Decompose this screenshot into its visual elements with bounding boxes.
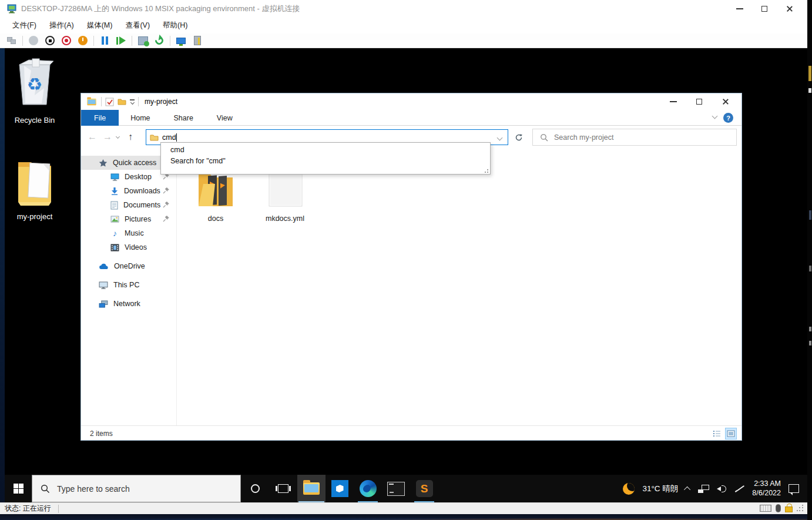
vm-pause-icon[interactable] [99,35,110,46]
address-dropdown-icon[interactable] [497,135,503,141]
vm-maximize-button[interactable] [752,0,777,18]
music-icon: ♪ [110,229,119,238]
tab-view[interactable]: View [205,110,244,126]
help-icon[interactable]: ? [723,113,733,123]
taskbar-search-input[interactable] [57,484,222,494]
recent-locations-icon[interactable] [116,135,120,139]
vm-menu-help[interactable]: 帮助(H) [157,18,193,33]
yml-file-icon [263,170,307,210]
sidebar-item-documents[interactable]: Documents [81,198,177,212]
taskbar-file-explorer[interactable] [297,475,326,502]
mouse-capture-icon[interactable] [776,504,781,512]
explorer-file-area[interactable]: docs mkdocs.yml [177,147,742,425]
vm-status-text: 状态: 正在运行 [5,504,51,514]
file-tile-docs[interactable]: docs [193,170,238,223]
windows-logo-icon [14,484,24,494]
taskbar-command-prompt[interactable] [382,475,410,502]
ribbon-expand-icon[interactable] [712,113,718,119]
weather-moon-icon[interactable] [623,483,635,495]
vm-resume-icon[interactable] [115,35,127,46]
sidebar-item-network[interactable]: Network [81,297,177,311]
vmconnect-app-icon [7,4,16,14]
taskbar-edge[interactable] [354,475,382,502]
tab-file[interactable]: File [81,110,119,126]
weather-widget[interactable]: 31°C 晴朗 [642,484,678,494]
tray-overflow-icon[interactable] [684,486,690,492]
qat-customize-icon[interactable] [130,99,135,104]
vm-turn-off-icon[interactable] [44,35,56,46]
explorer-minimize-button[interactable] [660,93,686,110]
refresh-icon[interactable] [511,129,526,145]
taskbar-clock[interactable]: 2:33 AM 8/6/2022 [752,479,781,498]
desktop-icon-my-project[interactable]: my-project [9,154,60,221]
tab-home[interactable]: Home [119,110,162,126]
file-name-label: mkdocs.yml [263,214,307,223]
back-icon[interactable]: ← [85,132,100,142]
ctrl-alt-del-icon[interactable] [6,35,18,46]
separator [58,505,59,513]
sidebar-item-this-pc[interactable]: This PC [81,278,177,292]
vm-menu-media[interactable]: 媒体(M) [82,18,118,33]
cortana-button[interactable] [241,475,269,502]
large-icons-view-icon[interactable] [725,428,737,440]
vm-shut-down-icon[interactable] [61,35,72,46]
toolbar-separator [93,36,94,46]
vm-enhanced-session-icon[interactable] [175,35,187,46]
up-icon[interactable]: ↑ [123,132,138,142]
details-view-icon[interactable] [711,428,723,440]
address-input-value[interactable]: cmd [162,133,176,142]
vm-menu-action[interactable]: 操作(A) [44,18,79,33]
videos-icon [110,244,119,251]
vm-menu-file[interactable]: 文件(F) [7,18,42,33]
autocomplete-item-cmd[interactable]: cmd [161,143,490,155]
sidebar-item-videos[interactable]: Videos [81,240,177,254]
taskbar-msix-packaging-tool[interactable] [326,475,354,502]
qat-new-folder-icon[interactable] [118,98,126,105]
pen-input-icon[interactable] [735,484,744,494]
vm-save-icon[interactable] [77,35,89,46]
explorer-maximize-button[interactable] [686,93,712,110]
volume-icon[interactable] [717,485,727,493]
explorer-search-input[interactable] [554,133,719,142]
pin-icon [163,187,170,194]
file-explorer-window: my-project File Home Share View ? ← → ↑ [80,93,742,441]
vm-menu-view[interactable]: 查看(V) [120,18,155,33]
network-tray-icon[interactable] [698,485,709,493]
docs-folder-icon [194,170,237,210]
taskbar-sublime-text[interactable]: S [410,475,438,502]
sidebar-item-pictures[interactable]: Pictures [81,212,177,226]
sidebar-item-label: Quick access [113,159,156,167]
sidebar-item-label: Network [113,300,140,308]
start-button[interactable] [5,475,32,502]
vm-checkpoint-icon[interactable] [137,35,149,46]
vm-settings-icon[interactable] [192,35,203,46]
address-folder-icon [150,134,159,141]
forward-icon[interactable]: → [100,132,115,142]
keyboard-capture-icon[interactable] [760,505,771,512]
vm-revert-icon[interactable] [153,35,165,46]
file-name-label: docs [193,214,238,223]
task-view-button[interactable] [269,475,297,502]
window-resize-grip[interactable] [797,505,804,512]
file-tile-mkdocs-yml[interactable]: mkdocs.yml [263,170,307,223]
taskbar-search-box[interactable] [32,475,241,502]
tab-share[interactable]: Share [162,110,205,126]
explorer-search-box[interactable] [532,129,737,146]
dropdown-resize-grip[interactable] [484,168,488,173]
sidebar-item-onedrive[interactable]: OneDrive [81,259,177,273]
vm-close-button[interactable] [777,0,801,18]
explorer-close-button[interactable] [712,93,738,110]
qat-properties-icon[interactable] [105,98,114,106]
vm-start-icon[interactable] [28,35,39,46]
pictures-icon [110,216,119,223]
vm-minimize-button[interactable] [727,0,752,18]
pin-icon [163,215,170,222]
msix-tool-icon [331,480,348,497]
desktop-icon-recycle-bin[interactable]: ♻ Recycle Bin [9,54,60,125]
sidebar-item-music[interactable]: ♪ Music [81,226,177,240]
desktop-icon-label: Recycle Bin [9,116,60,125]
action-center-icon[interactable] [788,484,799,493]
sidebar-item-downloads[interactable]: Downloads [81,184,177,198]
autocomplete-item-search-for[interactable]: Search for "cmd" [161,155,490,166]
vm-toolbar [0,33,807,48]
